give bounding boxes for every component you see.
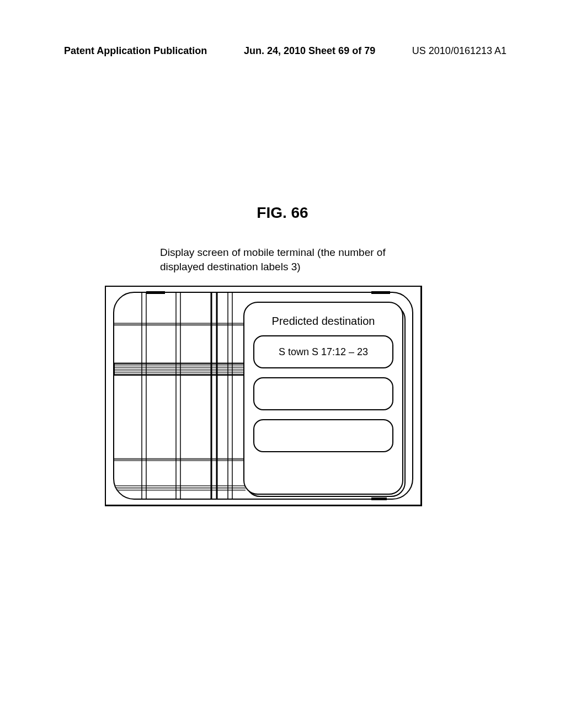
destination-slot[interactable] xyxy=(253,377,393,410)
destination-slot[interactable]: S town S 17:12 – 23 xyxy=(253,335,393,368)
frame-tick-icon xyxy=(371,497,387,500)
figure-title: FIG. 66 xyxy=(0,204,565,222)
panel-title: Predicted destination xyxy=(253,315,393,328)
frame-tick-icon xyxy=(371,291,390,294)
figure-caption: Display screen of mobile terminal (the n… xyxy=(160,245,392,274)
pub-type: Patent Application Publication xyxy=(64,45,207,57)
device-frame: Predicted destination S town S 17:12 – 2… xyxy=(105,286,422,506)
device-screen: Predicted destination S town S 17:12 – 2… xyxy=(113,292,413,500)
pub-number: US 2010/0161213 A1 xyxy=(412,45,507,57)
map-area xyxy=(114,293,246,499)
destination-panel: Predicted destination S town S 17:12 – 2… xyxy=(243,302,403,495)
destination-slot[interactable] xyxy=(253,419,393,452)
pub-date: Jun. 24, 2010 Sheet 69 of 79 xyxy=(244,45,375,57)
